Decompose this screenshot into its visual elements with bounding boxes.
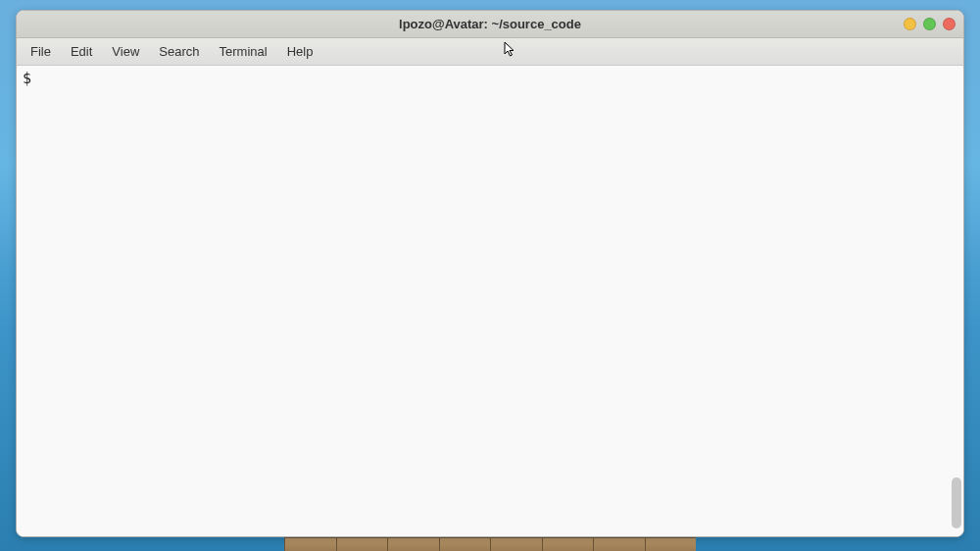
- menubar: File Edit View Search Terminal Help: [17, 38, 963, 66]
- window-title: lpozo@Avatar: ~/source_code: [399, 17, 581, 31]
- dock: [284, 537, 696, 551]
- menu-file[interactable]: File: [21, 40, 61, 63]
- menu-help[interactable]: Help: [277, 40, 323, 63]
- close-button[interactable]: [943, 18, 956, 30]
- scrollbar-thumb[interactable]: [952, 477, 961, 528]
- menu-search[interactable]: Search: [149, 40, 209, 63]
- window-controls: [904, 18, 956, 30]
- minimize-button[interactable]: [904, 18, 916, 30]
- terminal-content[interactable]: $: [17, 66, 963, 536]
- terminal-window: lpozo@Avatar: ~/source_code File Edit Vi…: [16, 10, 964, 537]
- menu-edit[interactable]: Edit: [61, 40, 102, 63]
- terminal-prompt: $: [23, 70, 31, 87]
- titlebar[interactable]: lpozo@Avatar: ~/source_code: [17, 11, 963, 38]
- menu-terminal[interactable]: Terminal: [210, 40, 277, 63]
- menu-view[interactable]: View: [102, 40, 149, 63]
- maximize-button[interactable]: [923, 18, 936, 30]
